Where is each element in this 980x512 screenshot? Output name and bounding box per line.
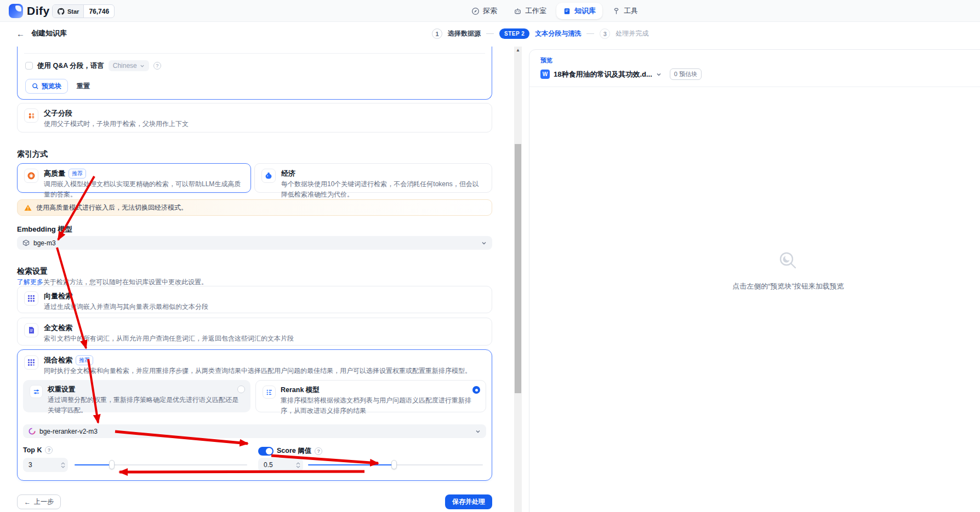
github-icon — [57, 8, 65, 15]
star-label: Star — [67, 8, 79, 15]
github-star-button[interactable]: Star 76,746 — [52, 4, 115, 18]
reset-button[interactable]: 重置 — [77, 82, 90, 91]
high-quality-icon — [24, 169, 38, 183]
scrollbar-thumb[interactable] — [515, 144, 521, 393]
language-select[interactable]: Chinese — [109, 60, 149, 71]
nav-label: 知识库 — [574, 6, 596, 16]
topk-value: 3 — [23, 461, 58, 469]
docx-file-icon: W — [540, 70, 550, 79]
recommend-badge: 推荐 — [76, 355, 93, 365]
topk-slider-handle[interactable] — [109, 460, 115, 469]
dify-logo-icon — [9, 4, 23, 18]
economy-piggy-icon — [261, 169, 276, 183]
parent-child-icon — [24, 108, 38, 123]
score-threshold-toggle[interactable] — [258, 447, 274, 456]
step-2-label: 文本分段与清洗 — [535, 29, 581, 38]
stepper-up-icon — [296, 462, 300, 465]
score-stepper[interactable] — [293, 462, 303, 468]
file-selector[interactable]: W 18种食用油的常识及其功效.d... 0 预估块 — [540, 68, 980, 80]
stepper-up-icon — [61, 462, 65, 465]
economy-desc: 每个数据块使用10个关键词进行检索，不会消耗任何tokens，但会以降低检索准确… — [281, 180, 479, 198]
preview-chunks-label: 预览块 — [42, 82, 61, 91]
hybrid-search-desc: 同时执行全文检索和向量检索，并应用重排序步骤，从两类查询结果中选择匹配用户问题的… — [44, 367, 471, 375]
parent-child-mode-card[interactable]: 父子分段 使用父子模式时，子块用于检索，父块用作上下文 — [17, 103, 492, 133]
qa-segmentation-checkbox[interactable] — [25, 62, 33, 70]
step-indicator: 1 选择数据源 STEP 2 文本分段与清洗 3 处理并完成 — [432, 28, 648, 39]
knowledge-book-icon — [563, 7, 571, 15]
stepper-down-icon — [296, 465, 300, 468]
warning-banner: 使用高质量模式进行嵌入后，无法切换回经济模式。 — [17, 199, 492, 216]
recommend-badge: 推荐 — [69, 169, 86, 179]
economy-title: 经济 — [281, 169, 485, 179]
score-slider-handle[interactable] — [391, 460, 397, 469]
score-threshold-label: Score 阈值 — [277, 446, 311, 456]
rerank-model-option[interactable]: Rerank 模型 重排序模型将根据候选文档列表与用户问题语义匹配度进行重新排序… — [255, 380, 486, 412]
fulltext-search-card[interactable]: 全文检索 索引文档中的所有词汇，从而允许用户查询任意词汇，并返回包含这些词汇的文… — [17, 318, 492, 346]
help-icon[interactable]: ? — [315, 447, 322, 455]
topk-slider[interactable] — [75, 464, 247, 465]
vector-search-card[interactable]: 向量检索 通过生成查询嵌入并查询与其向量表示最相似的文本分段 — [17, 286, 492, 313]
preview-magnifier-icon — [777, 250, 800, 273]
weight-settings-title: 权重设置 — [48, 385, 244, 394]
high-quality-desc: 调用嵌入模型处理文档以实现更精确的检索，可以帮助LLM生成高质量的答案。 — [44, 180, 241, 198]
score-input[interactable]: 0.5 — [258, 458, 303, 472]
page-title: 创建知识库 — [31, 28, 67, 38]
save-and-process-button[interactable]: 保存并处理 — [445, 494, 492, 509]
rerank-model-select[interactable]: bge-reranker-v2-m3 — [23, 424, 486, 438]
previous-step-button[interactable]: ← 上一步 — [17, 494, 61, 509]
high-quality-title: 高质量 — [44, 169, 65, 179]
nav-item-explore[interactable]: 探索 — [465, 3, 504, 19]
language-value: Chinese — [113, 62, 137, 70]
help-icon[interactable]: ? — [153, 62, 161, 70]
help-icon[interactable]: ? — [45, 446, 53, 454]
topk-input[interactable]: 3 — [23, 458, 68, 472]
learn-more-link[interactable]: 了解更多 — [17, 278, 43, 286]
preview-label: 预览 — [540, 56, 980, 65]
step-1-label: 选择数据源 — [448, 29, 481, 38]
hybrid-search-card[interactable]: 混合检索推荐 同时执行全文检索和向量检索，并应用重排序步骤，从两类查询结果中选择… — [17, 349, 492, 481]
vector-search-title: 向量检索 — [44, 291, 208, 301]
weight-slider-icon — [30, 385, 43, 398]
high-quality-option-card[interactable]: 高质量推荐 调用嵌入模型处理文档以实现更精确的检索，可以帮助LLM生成高质量的答… — [17, 163, 251, 193]
nav-label: 探索 — [483, 6, 497, 16]
qa-checkbox-label: 使用 Q&A 分段，语言 — [37, 61, 104, 71]
tools-icon — [612, 7, 620, 15]
top-navigation: 探索 工作室 知识库 工具 — [465, 3, 645, 19]
vector-search-icon — [24, 291, 38, 306]
step-divider — [586, 33, 594, 34]
magnifier-icon — [32, 83, 39, 90]
parent-child-desc: 使用父子模式时，子块用于检索，父块用作上下文 — [44, 120, 189, 128]
rerank-model-value: bge-reranker-v2-m3 — [39, 428, 471, 435]
save-and-process-label: 保存并处理 — [452, 497, 485, 507]
nav-item-tools[interactable]: 工具 — [606, 3, 645, 19]
preview-chunks-button[interactable]: 预览块 — [25, 79, 68, 94]
chevron-down-icon — [481, 240, 487, 246]
preview-panel: 预览 W 18种食用油的常识及其功效.d... 0 预估块 点击左侧的“预览块”… — [529, 49, 980, 512]
divider — [24, 53, 485, 54]
nav-item-studio[interactable]: 工作室 — [507, 3, 553, 19]
back-arrow-icon[interactable]: ← — [16, 29, 25, 38]
topk-stepper[interactable] — [58, 462, 68, 468]
star-count: 76,746 — [84, 8, 114, 15]
preview-empty-text: 点击左侧的“预览块”按钮来加载预览 — [529, 281, 980, 291]
score-slider[interactable] — [308, 464, 483, 465]
nav-item-knowledge[interactable]: 知识库 — [556, 3, 602, 19]
embedding-model-select[interactable]: bge-m3 — [17, 236, 492, 250]
topk-label-row: Top K ? — [23, 446, 53, 454]
hybrid-search-icon — [24, 355, 38, 370]
scrollbar-up-arrow[interactable]: ▲ — [514, 48, 522, 53]
stepper-down-icon — [61, 465, 65, 468]
compass-icon — [471, 7, 480, 15]
weight-radio[interactable] — [237, 386, 245, 393]
embedding-model-label: Embedding 模型 — [17, 225, 492, 234]
score-value: 0.5 — [258, 461, 293, 469]
step-1-circle: 1 — [432, 28, 442, 39]
economy-option-card[interactable]: 经济 每个数据块使用10个关键词进行检索，不会消耗任何tokens，但会以降低检… — [254, 163, 492, 193]
vertical-scrollbar[interactable]: ▲ — [514, 47, 522, 512]
back-arrow-icon: ← — [24, 498, 31, 506]
weight-settings-option[interactable]: 权重设置 通过调整分配的权重，重新排序策略确定是优先进行语义匹配还是关键字匹配。 — [23, 380, 250, 412]
chevron-down-icon[interactable] — [656, 72, 662, 77]
chevron-down-icon — [475, 429, 481, 434]
reranker-model-icon — [29, 428, 36, 435]
rerank-radio[interactable] — [472, 386, 480, 394]
